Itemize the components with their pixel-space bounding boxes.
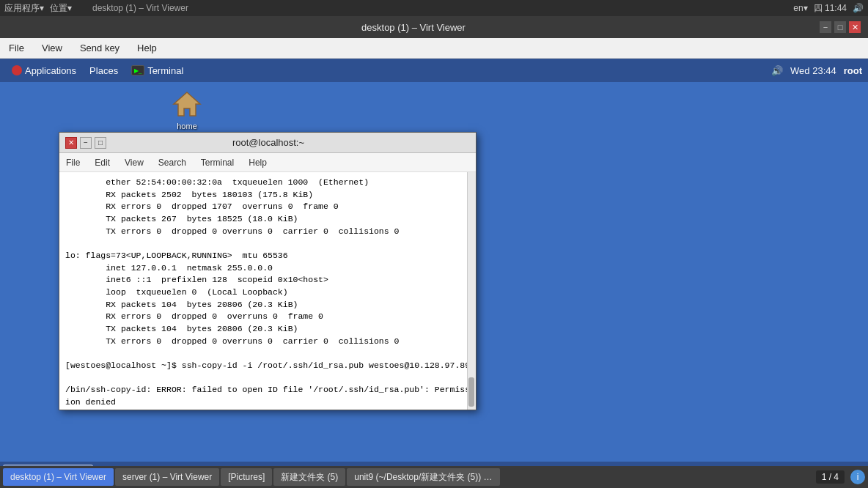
virt-minimize-button[interactable]: − xyxy=(820,21,831,33)
svg-marker-0 xyxy=(174,92,200,116)
terminal-maximize-button[interactable]: □ xyxy=(95,137,106,149)
virt-menu-help[interactable]: Help xyxy=(134,41,160,55)
host-sound-icon: 🔊 xyxy=(853,3,864,13)
guest-places-menu[interactable]: Places xyxy=(84,63,124,78)
host-task-unit9[interactable]: unit9 (~/Desktop/新建文件夹 (5)) … xyxy=(347,468,499,486)
host-task-server1[interactable]: server (1) – Virt Viewer xyxy=(115,468,219,486)
virt-close-button[interactable]: ✕ xyxy=(849,21,861,33)
virt-viewer-window: desktop (1) – Virt Viewer − □ ✕ File Vie… xyxy=(0,16,868,488)
terminal-scrollbar-thumb[interactable] xyxy=(468,377,474,407)
terminal-menu-terminal[interactable]: Terminal xyxy=(199,156,236,169)
host-places-menu[interactable]: 位置▾ xyxy=(50,2,72,15)
terminal-title-btns: ✕ − □ xyxy=(65,137,106,149)
host-taskbar-right: 1 / 4 i xyxy=(816,470,865,484)
guest-applications-menu[interactable]: Applications xyxy=(6,63,82,78)
host-task-desktop1-label: desktop (1) – Virt Viewer xyxy=(10,472,106,482)
host-task-newfolder5-label: 新建文件夹 (5) xyxy=(281,471,338,484)
terminal-menubar: File Edit View Search Terminal Help xyxy=(59,153,476,172)
terminal-body[interactable]: ether 52:54:00:00:32:0a txqueuelen 1000 … xyxy=(59,172,476,410)
home-icon xyxy=(172,89,202,119)
terminal-panel-label: Terminal xyxy=(147,65,183,76)
guest-panel-left: Applications Places ▶_ Terminal xyxy=(6,63,189,78)
host-task-pictures-label: [Pictures] xyxy=(228,472,265,482)
terminal-menu-edit[interactable]: Edit xyxy=(92,156,112,169)
guest-time: Wed 23:44 xyxy=(790,65,836,76)
guest-panel: Applications Places ▶_ Terminal 🔊 Wed 23… xyxy=(0,59,868,82)
host-topbar-right: en▾ 四 11:44 🔊 xyxy=(793,2,864,15)
places-label: Places xyxy=(89,65,118,76)
host-lang[interactable]: en▾ xyxy=(793,3,807,13)
host-bottombar: desktop (1) – Virt Viewer server (1) – V… xyxy=(0,466,868,488)
applications-label: Applications xyxy=(25,65,76,76)
terminal-close-button[interactable]: ✕ xyxy=(65,137,77,149)
terminal-titlebar: ✕ − □ root@localhost:~ xyxy=(59,133,476,153)
terminal-menu-view[interactable]: View xyxy=(122,156,146,169)
terminal-minimize-button[interactable]: − xyxy=(80,137,92,149)
desktop-icon-home[interactable]: home xyxy=(161,89,213,130)
virt-menu-file[interactable]: File xyxy=(6,41,27,55)
host-task-pictures[interactable]: [Pictures] xyxy=(221,468,272,486)
terminal-title: root@localhost:~ xyxy=(106,137,430,148)
virt-title-text: desktop (1) – Virt Viewer xyxy=(7,22,820,33)
terminal-menu-file[interactable]: File xyxy=(64,156,82,169)
terminal-icon: ▶_ xyxy=(131,65,144,75)
terminal-window: ✕ − □ root@localhost:~ File Edit View Se… xyxy=(59,132,477,410)
virt-menubar: File View Send key Help xyxy=(0,38,868,59)
guest-terminal-menu[interactable]: ▶_ Terminal xyxy=(125,64,189,78)
guest-desktop: Applications Places ▶_ Terminal 🔊 Wed 23… xyxy=(0,59,868,488)
virt-menu-view[interactable]: View xyxy=(39,41,65,55)
host-topbar-left: 应用程序▾ 位置▾ desktop (1) – Virt Viewer xyxy=(4,2,188,15)
gnome-logo xyxy=(12,65,22,75)
host-apps-menu[interactable]: 应用程序▾ xyxy=(4,2,44,15)
host-window-title-left: desktop (1) – Virt Viewer xyxy=(92,3,188,13)
host-info-btn[interactable]: i xyxy=(850,470,865,484)
virt-restore-button[interactable]: □ xyxy=(834,21,846,33)
home-label: home xyxy=(177,122,197,130)
terminal-scrollbar[interactable] xyxy=(467,172,476,410)
guest-panel-right: 🔊 Wed 23:44 root xyxy=(771,65,862,76)
host-task-desktop1[interactable]: desktop (1) – Virt Viewer xyxy=(3,468,114,486)
terminal-menu-help[interactable]: Help xyxy=(246,156,269,169)
host-page-indicator: 1 / 4 xyxy=(816,470,845,484)
host-task-server1-label: server (1) – Virt Viewer xyxy=(122,472,212,482)
virt-title-controls: − □ ✕ xyxy=(820,21,861,33)
guest-sound-icon[interactable]: 🔊 xyxy=(771,65,783,76)
virt-menu-sendkey[interactable]: Send key xyxy=(77,41,122,55)
terminal-menu-search[interactable]: Search xyxy=(156,156,188,169)
host-time: 四 11:44 xyxy=(814,2,847,15)
host-task-newfolder5[interactable]: 新建文件夹 (5) xyxy=(273,468,345,486)
host-topbar: 应用程序▾ 位置▾ desktop (1) – Virt Viewer en▾ … xyxy=(0,0,868,16)
guest-user: root xyxy=(844,65,862,76)
virt-title-bar: desktop (1) – Virt Viewer − □ ✕ xyxy=(0,16,868,38)
host-task-unit9-label: unit9 (~/Desktop/新建文件夹 (5)) … xyxy=(354,471,492,484)
